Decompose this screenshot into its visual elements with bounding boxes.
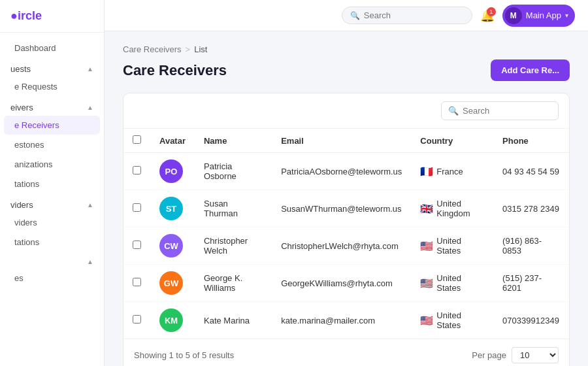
row-email: PatriciaAOsborne@teleworm.us: [272, 153, 411, 190]
table-row: PO Patricia Osborne PatriciaAOsborne@tel…: [123, 153, 569, 190]
row-name: Susan Thurman: [195, 190, 272, 227]
table-search-icon: 🔍: [448, 106, 459, 116]
row-avatar-cell: KM: [150, 302, 195, 339]
table-row: KM Kate Marina kate.marina@mailer.com 🇺🇸…: [123, 302, 569, 339]
sidebar-group-extra[interactable]: ▲: [0, 253, 104, 268]
user-menu-button[interactable]: M Main App ▾: [502, 5, 575, 27]
avatar: CW: [159, 234, 183, 258]
care-receivers-table: Avatar Name Email Country Phone PO Patri…: [123, 129, 569, 339]
per-page-select[interactable]: 102550100: [512, 347, 559, 363]
topbar: 🔍 🔔 1 M Main App ▾: [105, 0, 588, 31]
table-row: CW Christopher Welch ChristopherLWelch@r…: [123, 227, 569, 265]
table-row: GW George K. Williams GeorgeKWilliams@rh…: [123, 265, 569, 302]
row-avatar-cell: ST: [150, 190, 195, 227]
row-checkbox-cell: [123, 190, 150, 227]
table-header: Avatar Name Email Country Phone: [123, 129, 569, 153]
row-phone: 04 93 45 54 59: [493, 153, 569, 190]
row-phone: 070339912349: [493, 302, 569, 339]
sidebar-item-milestones[interactable]: estones: [4, 135, 100, 154]
sidebar-item-e-requests[interactable]: e Requests: [4, 77, 100, 96]
sidebar-item-providers[interactable]: viders: [4, 213, 100, 232]
user-label: Main App: [526, 10, 561, 20]
breadcrumb-separator: >: [186, 44, 191, 54]
sidebar-group-providers[interactable]: viders▲: [0, 195, 104, 212]
select-all-checkbox[interactable]: [133, 135, 141, 144]
table-toolbar: 🔍: [123, 93, 569, 129]
sidebar-group-receivers[interactable]: eivers▲: [0, 97, 104, 115]
topbar-search-icon: 🔍: [350, 11, 360, 20]
row-checkbox[interactable]: [133, 203, 141, 212]
page-header: Care Receivers Add Care Re...: [123, 59, 570, 81]
country-flag: 🇺🇸: [420, 277, 433, 290]
table-footer: Showing 1 to 5 of 5 results Per page 102…: [123, 339, 569, 366]
row-country: 🇫🇷 France: [411, 153, 493, 190]
main-area: 🔍 🔔 1 M Main App ▾ Care Receivers > List…: [105, 0, 588, 366]
country-flag: 🇬🇧: [420, 203, 433, 215]
country-name: United States: [436, 236, 484, 256]
header-email: Email: [272, 129, 411, 153]
row-country: 🇬🇧 United Kingdom: [411, 190, 493, 227]
row-name: Patricia Osborne: [195, 153, 272, 190]
notification-button[interactable]: 🔔 1: [480, 8, 495, 23]
row-email: GeorgeKWilliams@rhyta.com: [272, 265, 411, 302]
row-checkbox-cell: [123, 153, 150, 190]
sidebar-item-dashboard[interactable]: Dashboard: [4, 39, 100, 58]
row-avatar-cell: CW: [150, 227, 195, 265]
sidebar-group-requests[interactable]: uests▲: [0, 59, 104, 76]
row-checkbox[interactable]: [133, 241, 141, 249]
row-checkbox-cell: [123, 227, 150, 265]
row-email: SusanWThurman@teleworm.us: [272, 190, 411, 227]
sidebar-item-extra1[interactable]: es: [4, 269, 100, 288]
country-name: United States: [436, 310, 484, 330]
country-name: United Kingdom: [436, 199, 484, 218]
breadcrumb: Care Receivers > List: [123, 44, 570, 54]
row-email: kate.marina@mailer.com: [272, 302, 411, 339]
table-row: ST Susan Thurman SusanWThurman@teleworm.…: [123, 190, 569, 227]
row-name: Christopher Welch: [195, 227, 272, 265]
avatar: ST: [159, 197, 183, 220]
row-avatar-cell: PO: [150, 153, 195, 190]
table-header-row: Avatar Name Email Country Phone: [123, 129, 569, 153]
avatar: PO: [159, 159, 183, 183]
country-flag: 🇫🇷: [420, 165, 433, 178]
user-chevron-icon: ▾: [565, 12, 568, 19]
table-showing-text: Showing 1 to 5 of 5 results: [134, 350, 234, 360]
row-country: 🇺🇸 United States: [411, 265, 493, 302]
breadcrumb-parent[interactable]: Care Receivers: [123, 44, 182, 54]
row-phone: (515) 237-6201: [493, 265, 569, 302]
row-checkbox-cell: [123, 302, 150, 339]
row-name: George K. Williams: [195, 265, 272, 302]
topbar-search-container[interactable]: 🔍: [342, 7, 472, 24]
per-page-label: Per page: [472, 350, 506, 360]
row-country: 🇺🇸 United States: [411, 302, 493, 339]
header-phone: Phone: [493, 129, 569, 153]
topbar-search-input[interactable]: [364, 10, 464, 20]
country-name: France: [436, 167, 463, 176]
country-name: United States: [436, 273, 484, 293]
row-name: Kate Marina: [195, 302, 272, 339]
table-search-container[interactable]: 🔍: [441, 101, 559, 120]
avatar: KM: [159, 308, 183, 332]
sidebar-item-care-receivers[interactable]: e Receivers: [4, 116, 100, 135]
header-avatar: Avatar: [150, 129, 195, 153]
sidebar-logo: ●ircle: [0, 0, 104, 33]
row-avatar-cell: GW: [150, 265, 195, 302]
table-card: 🔍 Avatar Name Email Country Phone: [123, 93, 570, 366]
row-checkbox[interactable]: [133, 315, 141, 324]
row-checkbox-cell: [123, 265, 150, 302]
country-flag: 🇺🇸: [420, 314, 433, 327]
sidebar-item-citations[interactable]: tations: [4, 175, 100, 193]
table-search-input[interactable]: [463, 106, 551, 116]
country-flag: 🇺🇸: [420, 240, 433, 252]
add-care-receiver-button[interactable]: Add Care Re...: [491, 59, 570, 81]
sidebar-item-locations[interactable]: tations: [4, 233, 100, 252]
row-phone: (916) 863-0853: [493, 227, 569, 265]
sidebar-item-organizations[interactable]: anizations: [4, 155, 100, 174]
row-checkbox[interactable]: [133, 166, 141, 175]
row-email: ChristopherLWelch@rhyta.com: [272, 227, 411, 265]
table-body: PO Patricia Osborne PatriciaAOsborne@tel…: [123, 153, 569, 339]
page-title: Care Receivers: [123, 62, 227, 79]
row-checkbox[interactable]: [133, 278, 141, 286]
header-name: Name: [195, 129, 272, 153]
breadcrumb-current: List: [194, 44, 207, 54]
